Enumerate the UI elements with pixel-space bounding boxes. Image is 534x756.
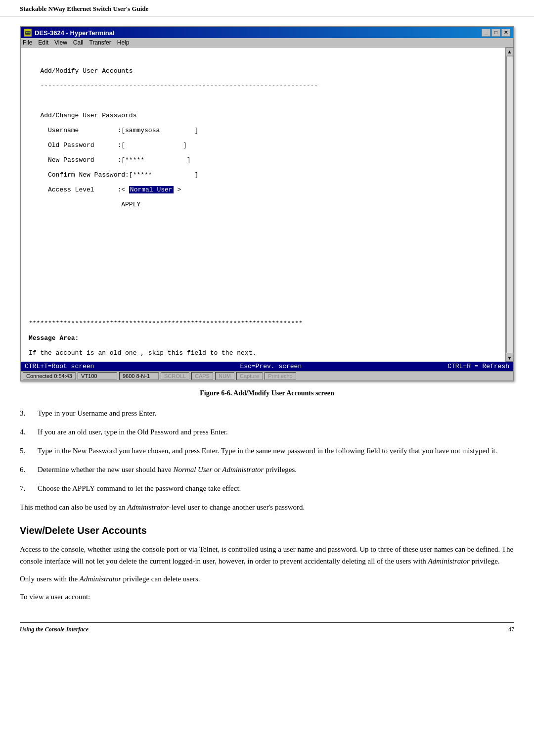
page-footer: Using the Console Interface 47 — [20, 622, 514, 633]
terminal-access: Access Level :< Normal User > — [29, 186, 497, 193]
list-text-7: Choose the APPLY command to let the pass… — [38, 482, 241, 494]
terminal-line-section: Add/Modify User Accounts — [29, 67, 497, 75]
status-num: NUM — [215, 372, 234, 380]
terminal-stars: ****************************************… — [29, 320, 497, 327]
terminal-blank3 — [29, 231, 497, 238]
scroll-down-arrow[interactable]: ▼ — [506, 354, 514, 362]
titlebar: 📟 DES-3624 - HyperTerminal _ □ ✕ — [21, 27, 513, 38]
menubar: File Edit View Call Transfer Help — [21, 38, 513, 47]
list-item-7: 7. Choose the APPLY command to let the p… — [20, 482, 514, 494]
normal-user-highlight: Normal User — [129, 186, 174, 193]
status-baud: 9600 8-N-1 — [119, 372, 159, 380]
terminal-msg-text: If the account is an old one , skip this… — [29, 349, 497, 357]
page-content: 📟 DES-3624 - HyperTerminal _ □ ✕ File Ed… — [0, 16, 534, 643]
list-item-6: 6. Determine whether the new user should… — [20, 464, 514, 475]
menu-edit[interactable]: Edit — [38, 39, 48, 46]
titlebar-text: DES-3624 - HyperTerminal — [35, 29, 115, 37]
list-text-3: Type in your Username and press Enter. — [38, 407, 156, 419]
terminal-blank — [29, 97, 497, 104]
statusbar: Connected 0:54:43 VT100 9600 8-N-1 SCROL… — [21, 371, 513, 380]
terminal-blank8 — [29, 305, 497, 312]
section-heading: View/Delete User Accounts — [20, 525, 514, 536]
section-para-2: Only users with the Administrator privil… — [20, 573, 514, 585]
status-capture: Capture — [236, 372, 263, 380]
minimize-button[interactable]: _ — [482, 29, 490, 37]
list-num-4: 4. — [20, 426, 34, 438]
bottom-bar-left: CTRL+T=Root screen — [25, 363, 94, 370]
footer-right: 47 — [508, 626, 514, 633]
terminal-newpass: New Password :[***** ] — [29, 156, 497, 164]
titlebar-left: 📟 DES-3624 - HyperTerminal — [24, 29, 115, 37]
terminal-bottom-bar: CTRL+T=Root screen Esc=Prev. screen CTRL… — [21, 362, 513, 371]
list-num-6: 6. — [20, 464, 34, 475]
terminal-blank6 — [29, 275, 497, 283]
app-icon: 📟 — [24, 29, 32, 37]
section-para-1: Access to the console, whether using the… — [20, 543, 514, 567]
header-title: Stackable NWay Ethernet Switch User's Gu… — [20, 5, 148, 12]
menu-help[interactable]: Help — [117, 39, 130, 46]
list-item-5: 5. Type in the New Password you have cho… — [20, 445, 514, 457]
menu-transfer[interactable]: Transfer — [89, 39, 111, 46]
bottom-bar-right: CTRL+R = Refresh — [447, 363, 509, 370]
scroll-track[interactable] — [506, 56, 513, 353]
menu-call[interactable]: Call — [73, 39, 84, 46]
menu-file[interactable]: File — [23, 39, 32, 46]
terminal-username: Username :[sammysosa ] — [29, 127, 497, 134]
terminal-line-1 — [29, 52, 497, 60]
section-para-3: To view a user account: — [20, 591, 514, 603]
terminal-oldpass: Old Password :[ ] — [29, 142, 497, 149]
terminal-screen: Add/Modify User Accounts ---------------… — [21, 47, 505, 362]
hyper-terminal-window: 📟 DES-3624 - HyperTerminal _ □ ✕ File Ed… — [20, 26, 514, 381]
scroll-up-arrow[interactable]: ▲ — [506, 47, 514, 55]
list-num-7: 7. — [20, 482, 34, 494]
list-text-4: If you are an old user, type in the Old … — [38, 426, 228, 438]
admin-note: This method can also be used by an Admin… — [20, 501, 514, 513]
instructions-list: 3. Type in your Username and press Enter… — [20, 407, 514, 494]
figure-caption: Figure 6-6. Add/Modify User Accounts scr… — [20, 389, 514, 397]
terminal-apply: APPLY — [29, 201, 497, 208]
list-num-5: 5. — [20, 445, 34, 457]
terminal-blank5 — [29, 260, 497, 268]
status-print-echo: Print echo — [265, 372, 296, 380]
status-scroll: SCROLL — [161, 372, 189, 380]
status-vt: VT100 — [78, 372, 117, 380]
terminal-subsection: Add/Change User Passwords — [29, 112, 497, 119]
terminal-body: Add/Modify User Accounts ---------------… — [21, 47, 513, 362]
maximize-button[interactable]: □ — [491, 29, 500, 37]
terminal-blank7 — [29, 290, 497, 297]
terminal-blank2 — [29, 216, 497, 223]
scrollbar[interactable]: ▲ ▼ — [505, 47, 513, 362]
page-header: Stackable NWay Ethernet Switch User's Gu… — [0, 0, 534, 16]
close-button[interactable]: ✕ — [501, 29, 510, 37]
footer-left: Using the Console Interface — [20, 626, 89, 633]
terminal-confirm: Confirm New Password:[***** ] — [29, 171, 497, 179]
status-caps: CAPS — [191, 372, 213, 380]
bottom-bar-center: Esc=Prev. screen — [240, 363, 302, 370]
window-controls: _ □ ✕ — [482, 29, 510, 37]
terminal-msg-label: Message Area: — [29, 334, 497, 342]
list-text-6: Determine whether the new user should ha… — [38, 464, 297, 475]
list-item-4: 4. If you are an old user, type in the O… — [20, 426, 514, 438]
status-connected: Connected 0:54:43 — [23, 372, 76, 380]
terminal-blank4 — [29, 245, 497, 253]
list-num-3: 3. — [20, 407, 34, 419]
list-text-5: Type in the New Password you have chosen… — [38, 445, 497, 457]
menu-view[interactable]: View — [54, 39, 67, 46]
list-item-3: 3. Type in your Username and press Enter… — [20, 407, 514, 419]
terminal-separator: ----------------------------------------… — [29, 82, 497, 90]
